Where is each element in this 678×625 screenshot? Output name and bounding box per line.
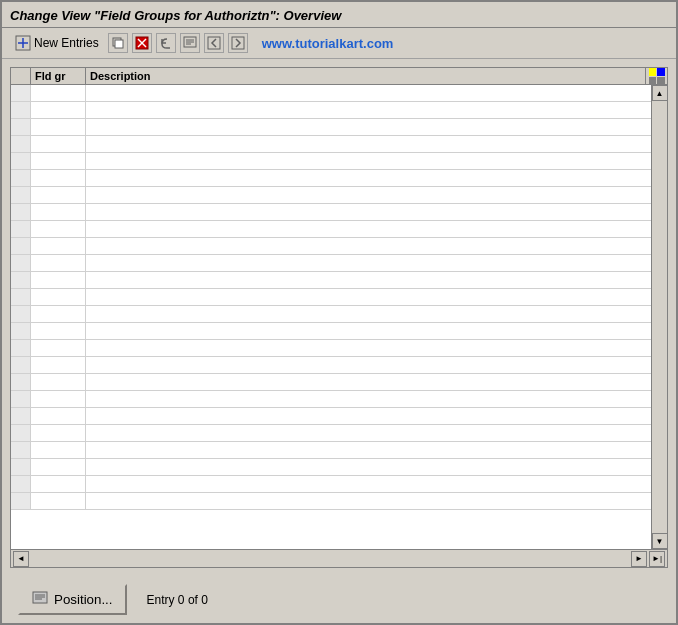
fld-gr-cell[interactable] — [31, 255, 86, 271]
table-row[interactable] — [11, 459, 651, 476]
new-entries-button[interactable]: New Entries — [10, 32, 104, 54]
description-cell[interactable] — [86, 408, 651, 424]
description-cell[interactable] — [86, 391, 651, 407]
scroll-end-button[interactable]: ►| — [649, 551, 665, 567]
row-selector[interactable] — [11, 170, 31, 186]
next-page-button[interactable] — [228, 33, 248, 53]
description-cell[interactable] — [86, 119, 651, 135]
fld-gr-cell[interactable] — [31, 374, 86, 390]
row-selector[interactable] — [11, 119, 31, 135]
description-cell[interactable] — [86, 306, 651, 322]
table-row[interactable] — [11, 476, 651, 493]
fld-gr-cell[interactable] — [31, 221, 86, 237]
column-settings-button[interactable] — [645, 68, 667, 84]
position-button[interactable]: Position... — [18, 584, 127, 615]
fld-gr-cell[interactable] — [31, 408, 86, 424]
delete-button[interactable] — [132, 33, 152, 53]
fld-gr-cell[interactable] — [31, 102, 86, 118]
row-selector[interactable] — [11, 85, 31, 101]
description-cell[interactable] — [86, 493, 651, 509]
scroll-down-button[interactable]: ▼ — [652, 533, 668, 549]
table-row[interactable] — [11, 221, 651, 238]
row-selector[interactable] — [11, 255, 31, 271]
description-cell[interactable] — [86, 238, 651, 254]
fld-gr-cell[interactable] — [31, 459, 86, 475]
fld-gr-cell[interactable] — [31, 85, 86, 101]
prev-page-button[interactable] — [204, 33, 224, 53]
description-cell[interactable] — [86, 204, 651, 220]
fld-gr-cell[interactable] — [31, 425, 86, 441]
fld-gr-cell[interactable] — [31, 289, 86, 305]
table-row[interactable] — [11, 170, 651, 187]
fld-gr-cell[interactable] — [31, 323, 86, 339]
row-selector[interactable] — [11, 272, 31, 288]
description-cell[interactable] — [86, 102, 651, 118]
row-selector[interactable] — [11, 238, 31, 254]
description-cell[interactable] — [86, 255, 651, 271]
row-selector[interactable] — [11, 374, 31, 390]
table-row[interactable] — [11, 425, 651, 442]
copy-rows-button[interactable] — [108, 33, 128, 53]
scroll-right-button[interactable]: ► — [631, 551, 647, 567]
description-cell[interactable] — [86, 442, 651, 458]
description-cell[interactable] — [86, 323, 651, 339]
description-cell[interactable] — [86, 476, 651, 492]
row-selector[interactable] — [11, 476, 31, 492]
description-cell[interactable] — [86, 153, 651, 169]
table-row[interactable] — [11, 493, 651, 510]
fld-gr-cell[interactable] — [31, 493, 86, 509]
fld-gr-cell[interactable] — [31, 238, 86, 254]
fld-gr-cell[interactable] — [31, 187, 86, 203]
scroll-up-button[interactable]: ▲ — [652, 85, 668, 101]
row-selector[interactable] — [11, 459, 31, 475]
table-row[interactable] — [11, 323, 651, 340]
table-row[interactable] — [11, 340, 651, 357]
table-row[interactable] — [11, 238, 651, 255]
row-selector[interactable] — [11, 442, 31, 458]
row-selector[interactable] — [11, 289, 31, 305]
row-selector[interactable] — [11, 425, 31, 441]
description-cell[interactable] — [86, 459, 651, 475]
table-row[interactable] — [11, 357, 651, 374]
fld-gr-cell[interactable] — [31, 170, 86, 186]
row-selector[interactable] — [11, 136, 31, 152]
fld-gr-cell[interactable] — [31, 306, 86, 322]
table-row[interactable] — [11, 391, 651, 408]
row-selector[interactable] — [11, 306, 31, 322]
table-row[interactable] — [11, 153, 651, 170]
description-cell[interactable] — [86, 272, 651, 288]
description-cell[interactable] — [86, 340, 651, 356]
description-cell[interactable] — [86, 425, 651, 441]
row-selector[interactable] — [11, 323, 31, 339]
row-selector[interactable] — [11, 102, 31, 118]
fld-gr-cell[interactable] — [31, 153, 86, 169]
fld-gr-cell[interactable] — [31, 391, 86, 407]
fld-gr-cell[interactable] — [31, 204, 86, 220]
row-selector[interactable] — [11, 153, 31, 169]
table-row[interactable] — [11, 408, 651, 425]
table-row[interactable] — [11, 374, 651, 391]
row-selector[interactable] — [11, 204, 31, 220]
description-cell[interactable] — [86, 170, 651, 186]
row-selector[interactable] — [11, 493, 31, 509]
table-row[interactable] — [11, 187, 651, 204]
undo-button[interactable] — [156, 33, 176, 53]
description-cell[interactable] — [86, 221, 651, 237]
row-selector[interactable] — [11, 391, 31, 407]
fld-gr-cell[interactable] — [31, 340, 86, 356]
table-row[interactable] — [11, 119, 651, 136]
table-row[interactable] — [11, 442, 651, 459]
description-cell[interactable] — [86, 187, 651, 203]
description-cell[interactable] — [86, 136, 651, 152]
table-row[interactable] — [11, 255, 651, 272]
row-selector[interactable] — [11, 340, 31, 356]
fld-gr-cell[interactable] — [31, 476, 86, 492]
row-selector[interactable] — [11, 221, 31, 237]
fld-gr-cell[interactable] — [31, 119, 86, 135]
fld-gr-cell[interactable] — [31, 442, 86, 458]
table-row[interactable] — [11, 289, 651, 306]
table-row[interactable] — [11, 102, 651, 119]
description-cell[interactable] — [86, 357, 651, 373]
fld-gr-cell[interactable] — [31, 272, 86, 288]
row-selector[interactable] — [11, 357, 31, 373]
